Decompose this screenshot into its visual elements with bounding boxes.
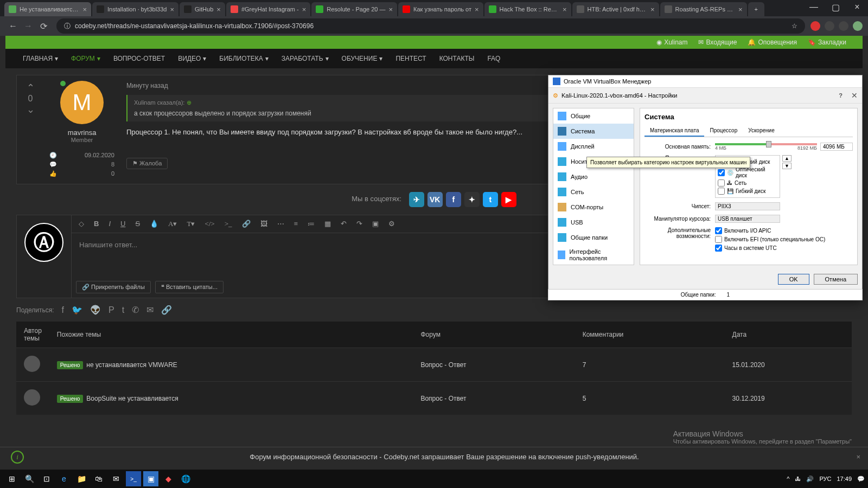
browser-tab[interactable]: GitHub×: [180, 2, 225, 16]
category-audio[interactable]: Аудио: [553, 169, 634, 184]
virtualbox-icon[interactable]: ▣: [143, 471, 158, 486]
list-button[interactable]: ≔: [306, 219, 316, 229]
close-icon[interactable]: ×: [302, 5, 307, 14]
app-icon[interactable]: ◆: [161, 471, 176, 486]
category-shared[interactable]: Общие папки: [553, 230, 634, 245]
link-button[interactable]: 🔗: [240, 219, 252, 229]
category-display[interactable]: Дисплей: [553, 139, 634, 154]
twitter-icon[interactable]: 🐦: [72, 305, 82, 315]
bookmarks-link[interactable]: 🔖 Закладки: [808, 38, 846, 46]
memory-value[interactable]: 4096 МБ: [820, 143, 853, 151]
link-icon[interactable]: 🔗: [161, 305, 172, 315]
chrome-icon[interactable]: 🌐: [178, 471, 193, 486]
taskview-icon[interactable]: ⊡: [39, 471, 54, 486]
explorer-icon[interactable]: 📁: [74, 471, 89, 486]
chevron-up-icon[interactable]: ^: [787, 476, 789, 482]
facebook-icon[interactable]: f: [446, 192, 461, 207]
browser-tab[interactable]: Не устанавливается K×: [4, 2, 91, 16]
avatar[interactable]: M: [60, 81, 104, 124]
pointer-select[interactable]: USB планшет: [715, 215, 780, 223]
pinterest-icon[interactable]: P: [108, 305, 114, 315]
eraser-icon[interactable]: ◇: [77, 219, 86, 229]
downvote-button[interactable]: ⌄: [27, 104, 35, 115]
memory-slider[interactable]: [715, 143, 817, 145]
chipset-select[interactable]: PIIX3: [715, 202, 780, 210]
close-icon[interactable]: ×: [389, 5, 393, 14]
tab-motherboard[interactable]: Материнская плата: [644, 125, 704, 137]
expand-icon[interactable]: ⊕: [187, 99, 192, 106]
close-icon[interactable]: ×: [738, 5, 743, 14]
forward-button[interactable]: →: [21, 18, 36, 34]
cancel-button[interactable]: Отмена: [814, 274, 858, 285]
nav-library[interactable]: БИБЛИОТЕКА ▾: [213, 49, 275, 68]
efi-checkbox[interactable]: [715, 236, 722, 243]
close-icon[interactable]: ×: [475, 5, 479, 14]
color-button[interactable]: 💧: [148, 219, 160, 229]
mail-icon[interactable]: ✉: [108, 471, 124, 486]
powershell-icon[interactable]: >_: [126, 471, 141, 486]
twitter-icon[interactable]: t: [483, 192, 498, 207]
close-icon[interactable]: ×: [82, 5, 87, 14]
volume-icon[interactable]: 🔊: [806, 476, 814, 483]
username[interactable]: mavrinsa: [49, 129, 114, 137]
undo-button[interactable]: ↶: [339, 219, 348, 229]
font-button[interactable]: A▾: [167, 219, 178, 229]
browser-tab[interactable]: Installation · byt3bl33d×: [92, 2, 178, 16]
nav-qa[interactable]: ВОПРОС-ОТВЕТ: [107, 49, 171, 68]
redo-button[interactable]: ↷: [355, 219, 364, 229]
nav-faq[interactable]: FAQ: [481, 49, 507, 68]
terminal-button[interactable]: >_: [223, 219, 234, 229]
nav-home[interactable]: ГЛАВНАЯ ▾: [16, 49, 65, 68]
extension-icon[interactable]: [839, 21, 848, 31]
browser-tab[interactable]: Как узнать пароль от×: [398, 2, 483, 16]
browser-tab[interactable]: #GreyHat Instagram - ×: [226, 2, 310, 16]
category-ui[interactable]: Интерфейс пользователя: [553, 245, 634, 265]
italic-button[interactable]: I: [107, 219, 112, 229]
underline-button[interactable]: U: [119, 219, 127, 229]
category-network[interactable]: Сеть: [553, 184, 634, 200]
store-icon[interactable]: 🛍: [91, 471, 106, 486]
star-icon[interactable]: ✦: [464, 192, 480, 207]
email-icon[interactable]: ✉: [146, 305, 154, 315]
alerts-link[interactable]: 🔔 Оповещения: [748, 38, 797, 46]
close-icon[interactable]: ×: [856, 453, 860, 461]
image-button[interactable]: 🖼: [259, 219, 269, 229]
close-icon[interactable]: ×: [650, 5, 655, 14]
ioapic-checkbox[interactable]: [715, 227, 722, 234]
move-up-button[interactable]: ▲: [782, 155, 792, 162]
profile-icon[interactable]: [853, 21, 863, 31]
search-icon[interactable]: 🔍: [22, 471, 37, 486]
tab-acceleration[interactable]: Ускорение: [743, 125, 780, 137]
clock[interactable]: 17:49: [837, 476, 852, 482]
nav-contacts[interactable]: КОНТАКТЫ: [433, 49, 481, 68]
youtube-icon[interactable]: ▶: [501, 192, 516, 207]
minimize-button[interactable]: —: [803, 0, 825, 14]
nav-earn[interactable]: ЗАРАБОТАТЬ ▾: [275, 49, 335, 68]
report-button[interactable]: ⚑ Жалоба: [126, 158, 168, 169]
close-icon[interactable]: ×: [216, 5, 221, 14]
nav-learn[interactable]: ОБУЧЕНИЕ ▾: [335, 49, 390, 68]
nav-pentest[interactable]: ПЕНТЕСТ: [389, 49, 432, 68]
nav-video[interactable]: ВИДЕО ▾: [171, 49, 213, 68]
insert-quotes-button[interactable]: ❝ Вставить цитаты...: [155, 281, 224, 293]
code-button[interactable]: </>: [203, 219, 216, 229]
nav-forum[interactable]: ФОРУМ ▾: [65, 49, 107, 68]
extension-icon[interactable]: [825, 21, 834, 31]
size-button[interactable]: T▾: [185, 219, 196, 229]
close-button[interactable]: ×: [846, 0, 868, 14]
browser-tab[interactable]: HTB: Active | 0xdf hack×: [572, 2, 659, 16]
table-row[interactable]: Решеноне устанавливается VMWARE Вопрос -…: [16, 348, 852, 382]
browser-tab[interactable]: Roasting AS-REPs – ha×: [660, 2, 747, 16]
lang-indicator[interactable]: РУС: [819, 476, 831, 482]
vk-icon[interactable]: VK: [427, 192, 443, 207]
align-button[interactable]: ≡: [292, 219, 299, 229]
system-tray[interactable]: ^ 🖧 🔊 РУС 17:49 💬: [787, 476, 865, 483]
bold-button[interactable]: B: [92, 219, 100, 229]
notifications-icon[interactable]: 💬: [857, 476, 865, 483]
strike-button[interactable]: S: [133, 219, 142, 229]
back-button[interactable]: ←: [5, 18, 21, 34]
ok-button[interactable]: OK: [778, 274, 809, 285]
settings-title-bar[interactable]: ⚙ Kali-Linux-2020.1-vbox-amd64 - Настрой…: [548, 88, 862, 104]
more-button[interactable]: ⋯: [276, 219, 286, 229]
table-button[interactable]: ▦: [323, 219, 333, 229]
